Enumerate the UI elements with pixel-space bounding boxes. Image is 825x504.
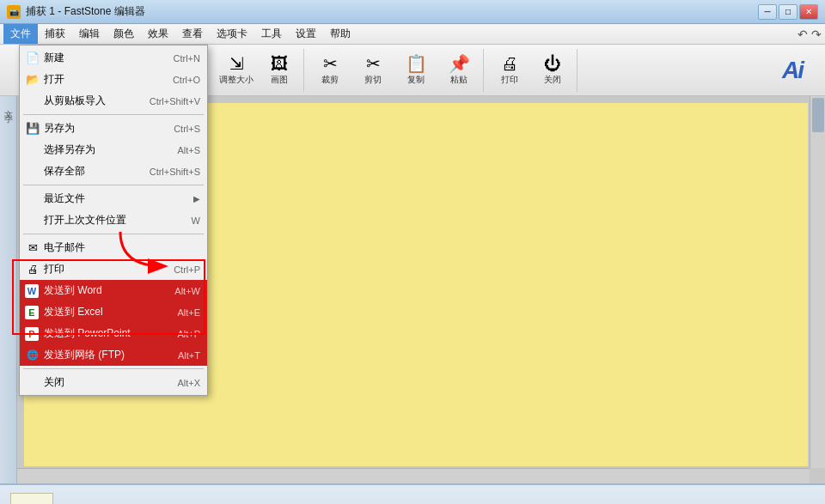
ai-badge: Ai	[767, 49, 818, 92]
menu-item-tabs[interactable]: 选项卡	[210, 24, 254, 44]
draw-label: 画图	[271, 74, 288, 86]
undo-icon[interactable]: ↶	[798, 27, 808, 41]
app-icon: 📷	[7, 5, 21, 19]
close-menu-icon	[25, 375, 40, 391]
menu-save-all[interactable]: 保存全部 Ctrl+Shift+S	[20, 161, 207, 182]
menu-save-sel[interactable]: 选择另存为 Alt+S	[20, 139, 207, 161]
paste-button[interactable]: 📌 粘贴	[438, 51, 480, 90]
menu-item-file[interactable]: 文件	[3, 24, 38, 44]
crop-button[interactable]: ✂ 裁剪	[309, 51, 351, 90]
menu-open-location[interactable]: 打开上次文件位置 W	[20, 209, 207, 231]
email-label: 电子邮件	[44, 240, 193, 255]
menu-send-excel[interactable]: E 发送到 Excel Alt+E	[20, 301, 207, 323]
copy-button[interactable]: 📋 复制	[395, 51, 437, 90]
draw-icon: 🖼	[271, 55, 288, 72]
menu-close[interactable]: 关闭 Alt+X	[20, 372, 207, 393]
send-word-shortcut: Alt+W	[174, 286, 200, 296]
save-all-shortcut: Ctrl+Shift+S	[150, 167, 200, 177]
close-menu-label: 关闭	[44, 375, 170, 390]
excel-icon: E	[25, 306, 39, 319]
thumbnail-item[interactable]: 📄	[10, 493, 53, 504]
cut-label: 剪切	[364, 74, 382, 86]
cut-icon: ✂	[366, 55, 381, 72]
file-dropdown-menu: 📄 新建 Ctrl+N 📂 打开 Ctrl+O 从剪贴板导入 Ctrl+Shif…	[19, 45, 208, 396]
title-bar: 📷 捕获 1 - FastStone 编辑器 ─ □ ✕	[0, 0, 825, 24]
open-shortcut: Ctrl+O	[173, 75, 200, 85]
open-label: 打开	[44, 72, 166, 87]
menu-email[interactable]: ✉ 电子邮件	[20, 237, 207, 258]
menu-item-capture[interactable]: 捕获	[38, 24, 72, 44]
menu-paste-clipboard[interactable]: 从剪贴板导入 Ctrl+Shift+V	[20, 90, 207, 112]
resize-label: 调整大小	[219, 74, 254, 86]
toolbar-crop-group: ✂ 裁剪 ✂ 剪切 📋 复制 📌 粘贴	[306, 49, 484, 92]
minimize-button[interactable]: ─	[758, 4, 777, 20]
separator-2	[23, 185, 204, 185]
menu-send-ppt[interactable]: P 发送到 PowerPoint Alt+P	[20, 323, 207, 344]
crop-icon: ✂	[323, 55, 338, 72]
close-button[interactable]: ⏻ 关闭	[532, 51, 573, 90]
copy-icon: 📋	[406, 55, 427, 72]
paste-icon: 📌	[449, 55, 470, 72]
separator-1	[23, 114, 204, 115]
save-all-icon	[25, 164, 40, 179]
print-menu-label: 打印	[44, 262, 167, 276]
copy-label: 复制	[407, 74, 425, 86]
menu-print[interactable]: 🖨 打印 Ctrl+P	[20, 258, 207, 280]
open-icon: 📂	[25, 72, 40, 88]
menu-send-ftp[interactable]: 🌐 发送到网络 (FTP) Alt+T	[20, 344, 207, 366]
close-window-button[interactable]: ✕	[799, 4, 818, 20]
paste-clipboard-label: 从剪贴板导入	[44, 94, 143, 108]
open-location-icon	[25, 213, 40, 228]
menu-item-view[interactable]: 查看	[175, 24, 210, 44]
resize-button[interactable]: ⇲ 调整大小	[216, 51, 257, 90]
menu-item-color[interactable]: 颜色	[107, 24, 141, 44]
menu-send-word[interactable]: W 发送到 Word Alt+W	[20, 280, 207, 301]
menu-item-help[interactable]: 帮助	[323, 24, 358, 44]
recent-icon	[25, 191, 40, 207]
power-icon: ⏻	[544, 55, 561, 72]
send-word-label: 发送到 Word	[44, 283, 168, 298]
paste-clipboard-icon	[25, 94, 40, 109]
menu-open[interactable]: 📂 打开 Ctrl+O	[20, 69, 207, 90]
save-as-shortcut: Ctrl+S	[174, 124, 200, 134]
open-location-shortcut: W	[192, 216, 200, 226]
send-ppt-shortcut: Alt+P	[177, 329, 200, 339]
close-menu-shortcut: Alt+X	[177, 378, 200, 388]
menu-item-settings[interactable]: 设置	[289, 24, 323, 44]
new-label: 新建	[44, 51, 167, 65]
email-icon: ✉	[25, 240, 40, 256]
print-button[interactable]: 🖨 打印	[489, 51, 530, 90]
horizontal-scrollbar[interactable]	[17, 468, 810, 483]
cut-button[interactable]: ✂ 剪切	[352, 51, 394, 90]
menu-item-effects[interactable]: 效果	[141, 24, 175, 44]
menu-recent[interactable]: 最近文件 ▶	[20, 188, 207, 209]
title-bar-left: 📷 捕获 1 - FastStone 编辑器	[7, 4, 145, 19]
scrollbar-thumb-vertical[interactable]	[812, 98, 824, 132]
draw-button[interactable]: 🖼 画图	[259, 51, 300, 90]
recent-label: 最近文件	[44, 191, 193, 206]
menu-item-tools[interactable]: 工具	[254, 24, 289, 44]
send-ftp-shortcut: Alt+T	[178, 350, 200, 361]
menu-item-edit[interactable]: 编辑	[72, 24, 107, 44]
save-all-label: 保存全部	[44, 164, 143, 179]
crop-label: 裁剪	[321, 74, 339, 86]
open-location-label: 打开上次文件位置	[44, 213, 185, 228]
send-ppt-label: 发送到 PowerPoint	[44, 326, 170, 341]
vertical-scrollbar[interactable]	[810, 96, 825, 468]
close-label: 关闭	[544, 74, 561, 86]
window-title: 捕获 1 - FastStone 编辑器	[26, 4, 145, 19]
send-excel-shortcut: Alt+E	[177, 307, 200, 318]
menu-save-as[interactable]: 💾 另存为 Ctrl+S	[20, 118, 207, 139]
toolbar-print-group: 🖨 打印 ⏻ 关闭	[486, 49, 578, 92]
menu-new[interactable]: 📄 新建 Ctrl+N	[20, 47, 207, 69]
save-sel-label: 选择另存为	[44, 143, 170, 157]
save-as-icon: 💾	[25, 121, 40, 137]
left-sidebar: 文 字	[0, 96, 17, 483]
paste-clipboard-shortcut: Ctrl+Shift+V	[150, 96, 200, 106]
title-buttons: ─ □ ✕	[758, 4, 818, 20]
menu-undo-area: ↶ ↷	[798, 27, 822, 41]
redo-icon[interactable]: ↷	[811, 27, 822, 41]
maximize-button[interactable]: □	[779, 4, 798, 20]
new-shortcut: Ctrl+N	[174, 53, 200, 64]
send-excel-label: 发送到 Excel	[44, 305, 170, 319]
